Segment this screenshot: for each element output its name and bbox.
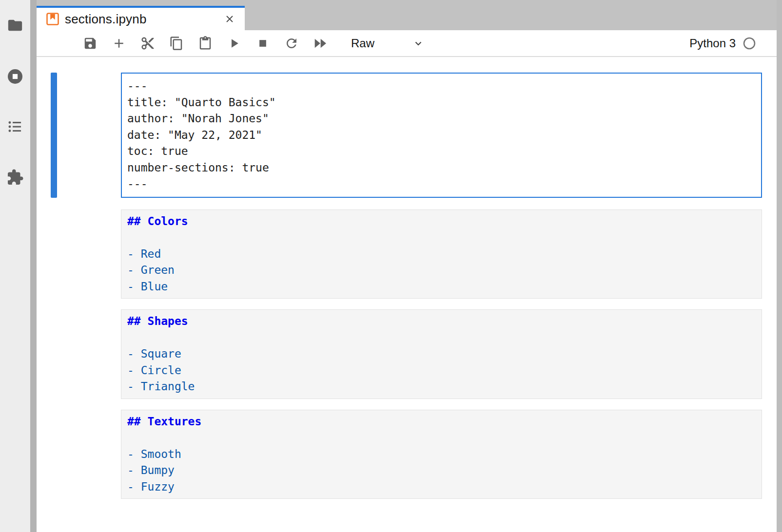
blank-line bbox=[127, 229, 756, 246]
markdown-list-item: - Triangle bbox=[127, 379, 756, 395]
kernel-name[interactable]: Python 3 bbox=[689, 37, 736, 50]
markdown-list-item: - Red bbox=[127, 246, 756, 263]
cell-type-value: Raw bbox=[351, 37, 374, 50]
cut-cells-button[interactable] bbox=[139, 35, 156, 52]
blank-line bbox=[127, 430, 756, 446]
active-cell-collapser[interactable] bbox=[51, 73, 57, 198]
markdown-list-item: - Smooth bbox=[127, 446, 756, 463]
blank-line bbox=[127, 330, 756, 346]
notebook-icon bbox=[46, 12, 59, 26]
notebook-panel: --- title: "Quarto Basics" author: "Nora… bbox=[37, 57, 777, 532]
code-line: --- bbox=[127, 176, 756, 192]
kernel-status-icon bbox=[743, 37, 756, 50]
code-line: --- bbox=[127, 78, 756, 95]
save-button[interactable] bbox=[81, 35, 99, 52]
chevron-down-icon bbox=[412, 38, 424, 49]
tab-title: sections.ipynb bbox=[65, 12, 223, 27]
extension-manager-icon[interactable] bbox=[6, 169, 24, 186]
notebook-toolbar: Raw Python 3 bbox=[37, 30, 777, 57]
file-browser-icon[interactable] bbox=[6, 17, 24, 34]
markdown-cell-shapes[interactable]: ## Shapes - Square - Circle - Triangle bbox=[121, 309, 762, 399]
right-edge-strip bbox=[777, 0, 782, 532]
markdown-list-item: - Circle bbox=[127, 362, 756, 379]
markdown-list-item: - Bumpy bbox=[127, 462, 756, 479]
main-dock-panel: sections.ipynb bbox=[37, 0, 777, 532]
markdown-list-item: - Fuzzy bbox=[127, 479, 756, 495]
restart-kernel-button[interactable] bbox=[283, 35, 300, 52]
close-icon[interactable] bbox=[223, 13, 236, 25]
table-of-contents-icon[interactable] bbox=[6, 118, 24, 135]
tab-bar: sections.ipynb bbox=[37, 0, 782, 30]
code-line: title: "Quarto Basics" bbox=[127, 95, 756, 111]
cell-list: --- title: "Quarto Basics" author: "Nora… bbox=[121, 73, 762, 499]
code-line: toc: true bbox=[127, 143, 756, 160]
markdown-header: ## Shapes bbox=[127, 313, 756, 330]
run-cell-button[interactable] bbox=[225, 35, 243, 52]
markdown-header: ## Colors bbox=[127, 213, 756, 230]
paste-cells-button[interactable] bbox=[196, 35, 214, 52]
markdown-header: ## Textures bbox=[127, 414, 756, 430]
code-line: date: "May 22, 2021" bbox=[127, 127, 756, 144]
markdown-list-item: - Blue bbox=[127, 279, 756, 295]
copy-cells-button[interactable] bbox=[168, 35, 185, 52]
raw-cell-yaml-frontmatter[interactable]: --- title: "Quarto Basics" author: "Nora… bbox=[121, 73, 762, 198]
markdown-list-item: - Square bbox=[127, 346, 756, 362]
markdown-list-item: - Green bbox=[127, 262, 756, 279]
tab-sections-ipynb[interactable]: sections.ipynb bbox=[37, 6, 245, 30]
left-activity-bar bbox=[0, 0, 30, 532]
markdown-cell-textures[interactable]: ## Textures - Smooth - Bumpy - Fuzzy bbox=[121, 410, 762, 499]
insert-cell-button[interactable] bbox=[110, 35, 128, 52]
kernel-area: Python 3 bbox=[689, 37, 756, 50]
code-line: number-sections: true bbox=[127, 160, 756, 176]
run-all-cells-button[interactable] bbox=[312, 35, 329, 52]
sidebar-divider bbox=[30, 0, 37, 532]
running-kernels-icon[interactable] bbox=[6, 68, 24, 85]
interrupt-kernel-button[interactable] bbox=[254, 35, 272, 52]
markdown-cell-colors[interactable]: ## Colors - Red - Green - Blue bbox=[121, 209, 762, 299]
code-line: author: "Norah Jones" bbox=[127, 111, 756, 127]
jupyterlab-window: sections.ipynb bbox=[0, 0, 782, 532]
cell-type-dropdown[interactable]: Raw bbox=[344, 34, 428, 53]
